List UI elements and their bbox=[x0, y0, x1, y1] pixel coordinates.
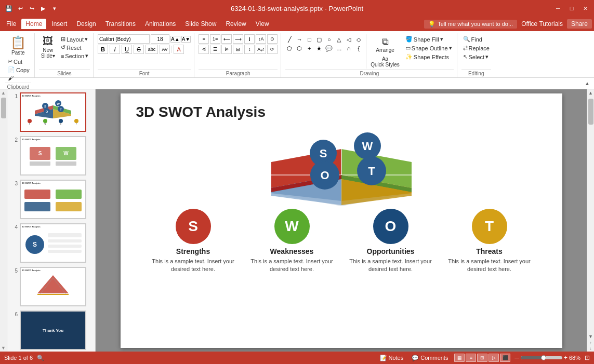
redo-qat-btn[interactable]: ↪ bbox=[27, 4, 36, 13]
scroll-down-btn[interactable]: ▼ bbox=[0, 344, 7, 352]
scroll-up-btn[interactable]: ▲ bbox=[0, 89, 7, 97]
shape-pent[interactable]: ⬠ bbox=[285, 44, 294, 52]
scroll-bottom-btn[interactable]: ↓ bbox=[589, 346, 592, 352]
shape-triangle[interactable]: △ bbox=[335, 35, 343, 44]
decrease-font-btn[interactable]: A▼ bbox=[181, 36, 191, 43]
menu-transitions[interactable]: Transitions bbox=[101, 19, 140, 29]
menu-view[interactable]: View bbox=[252, 19, 273, 29]
copy-button[interactable]: 📄 Copy bbox=[6, 66, 31, 74]
menu-slideshow[interactable]: Slide Show bbox=[181, 19, 220, 29]
left-scroll[interactable]: ▲ ▼ bbox=[0, 89, 7, 352]
minimize-btn[interactable]: ─ bbox=[553, 4, 563, 13]
cut-button[interactable]: ✂ Cut bbox=[6, 58, 31, 65]
num-list-btn[interactable]: 1≡ bbox=[210, 34, 220, 44]
share-btn[interactable]: Share bbox=[567, 19, 592, 29]
smart-art-btn[interactable]: ⊙ bbox=[267, 34, 278, 44]
slide-img-2[interactable]: 3D SWOT Analysis S W bbox=[20, 136, 86, 176]
bold-btn[interactable]: B bbox=[98, 45, 108, 54]
slide-img-3[interactable]: 3D SWOT Analysis bbox=[20, 180, 86, 219]
slide-thumb-5[interactable]: 5 3D SWOT Analysis bbox=[9, 266, 93, 307]
outline-view-btn[interactable]: ≡ bbox=[466, 354, 476, 362]
font-name-input[interactable] bbox=[98, 34, 150, 44]
shape-curve[interactable]: ∩ bbox=[345, 44, 353, 52]
replace-button[interactable]: ⇄ Replace bbox=[461, 44, 491, 52]
col-layout-btn[interactable]: ⫿ bbox=[244, 34, 255, 44]
shape-more[interactable]: … bbox=[335, 44, 343, 52]
right-scroll-up[interactable]: ▲ bbox=[587, 89, 594, 97]
menu-design[interactable]: Design bbox=[72, 19, 100, 29]
shape-oval[interactable]: ○ bbox=[325, 35, 333, 44]
close-btn[interactable]: ✕ bbox=[580, 4, 590, 13]
shape-effects-button[interactable]: ✨ Shape Effects bbox=[404, 53, 454, 61]
shape-rounded-rect[interactable]: ▢ bbox=[315, 35, 323, 44]
align-center-btn[interactable]: ☰ bbox=[210, 45, 220, 54]
shape-line[interactable]: ╱ bbox=[285, 35, 294, 44]
notes-btn[interactable]: 📝 Notes bbox=[378, 354, 406, 362]
convert-btn[interactable]: ⟳ bbox=[267, 45, 278, 54]
shadow-btn[interactable]: abc bbox=[146, 45, 158, 54]
menu-file[interactable]: File bbox=[2, 19, 20, 29]
shape-outline-button[interactable]: ▭ Shape Outline ▾ bbox=[404, 44, 454, 52]
undo-qat-btn[interactable]: ↩ bbox=[16, 4, 25, 13]
slide-thumb-4[interactable]: 4 3D SWOT Analysis S bbox=[9, 222, 93, 264]
section-button[interactable]: ≡ Section ▾ bbox=[59, 52, 90, 60]
shape-fill-button[interactable]: 🪣 Shape Fill ▾ bbox=[404, 35, 454, 43]
tell-me-box[interactable]: 💡 Tell me what you want to do... bbox=[424, 20, 517, 29]
reading-view-btn[interactable]: ▷ bbox=[489, 354, 499, 362]
slide-img-1[interactable]: 3D SWOT Analysis S bbox=[20, 92, 86, 132]
zoom-out-btn[interactable]: ─ bbox=[514, 354, 519, 361]
shape-hex[interactable]: ⬡ bbox=[295, 44, 303, 52]
dropdown-qat-btn[interactable]: ▾ bbox=[50, 4, 59, 13]
slide-thumb-2[interactable]: 2 3D SWOT Analysis S W bbox=[9, 135, 93, 177]
reset-button[interactable]: ↺ Reset bbox=[59, 44, 90, 51]
accessibility-btn[interactable]: 🔍 bbox=[37, 355, 44, 361]
scroll-top-btn[interactable]: ↑ bbox=[589, 340, 592, 346]
menu-animations[interactable]: Animations bbox=[141, 19, 180, 29]
zoom-slider-thumb[interactable] bbox=[541, 355, 546, 360]
shape-star[interactable]: ★ bbox=[315, 44, 323, 52]
scroll-thumb[interactable] bbox=[1, 98, 6, 118]
paste-button[interactable]: 📋 Paste bbox=[8, 34, 28, 57]
menu-home[interactable]: Home bbox=[21, 19, 46, 29]
layout-button[interactable]: ⊞ Layout ▾ bbox=[59, 35, 90, 43]
menu-insert[interactable]: Insert bbox=[47, 19, 71, 29]
select-button[interactable]: ↖ Select ▾ bbox=[461, 53, 491, 61]
strikethrough-btn[interactable]: S bbox=[134, 45, 144, 54]
tell-me-text[interactable]: Tell me what you want to do... bbox=[438, 21, 513, 27]
office-tutorials-link[interactable]: Office Tutorials bbox=[521, 20, 563, 28]
menu-review[interactable]: Review bbox=[221, 19, 250, 29]
text-direction-btn[interactable]: ↕A bbox=[256, 34, 266, 44]
zoom-level[interactable]: 68% bbox=[569, 355, 580, 361]
fit-window-btn[interactable]: ⊡ bbox=[585, 354, 590, 361]
shape-brace[interactable]: { bbox=[354, 44, 363, 52]
shape-arrow[interactable]: → bbox=[295, 35, 303, 44]
indent-btn[interactable]: ⟶ bbox=[233, 34, 243, 44]
new-slide-button[interactable]: 🖼 New Slide▾ bbox=[39, 34, 57, 60]
shape-plus[interactable]: + bbox=[305, 44, 313, 52]
shape-diamond[interactable]: ◇ bbox=[354, 35, 363, 44]
font-size-input[interactable] bbox=[151, 34, 169, 44]
zoom-slider[interactable] bbox=[521, 356, 562, 359]
normal-view-btn[interactable]: ▦ bbox=[454, 354, 465, 362]
slide-thumb-6[interactable]: 6 Thank You bbox=[9, 309, 93, 351]
find-button[interactable]: 🔍 Find bbox=[461, 35, 491, 43]
shape-rtriangle[interactable]: ◁ bbox=[345, 35, 353, 44]
collapse-ribbon-btn[interactable]: ▲ bbox=[583, 80, 592, 87]
outdent-btn[interactable]: ⟵ bbox=[221, 34, 232, 44]
increase-font-btn[interactable]: A▲ bbox=[170, 36, 180, 43]
right-scroll-down[interactable]: ▼ bbox=[587, 333, 594, 340]
save-qat-btn[interactable]: 💾 bbox=[4, 4, 14, 13]
zoom-in-btn[interactable]: + bbox=[564, 354, 567, 361]
font-color-btn[interactable]: A bbox=[174, 45, 184, 54]
right-scroll-thumb[interactable] bbox=[588, 99, 593, 125]
present-qat-btn[interactable]: ▶ bbox=[38, 4, 48, 13]
slide-thumb-3[interactable]: 3 3D SWOT Analysis bbox=[9, 179, 93, 220]
text-shadow-btn[interactable]: A⇌ bbox=[256, 45, 266, 54]
slide-img-6[interactable]: Thank You bbox=[20, 311, 86, 350]
maximize-btn[interactable]: □ bbox=[567, 4, 576, 13]
shape-callout[interactable]: 💬 bbox=[325, 44, 333, 52]
line-spacing-btn[interactable]: ↕ bbox=[244, 45, 255, 54]
slide-thumb-1[interactable]: 1 3D SWOT Analysis bbox=[9, 91, 93, 133]
align-left-btn[interactable]: ⫷ bbox=[199, 45, 209, 54]
slide-img-5[interactable]: 3D SWOT Analysis bbox=[20, 267, 86, 306]
